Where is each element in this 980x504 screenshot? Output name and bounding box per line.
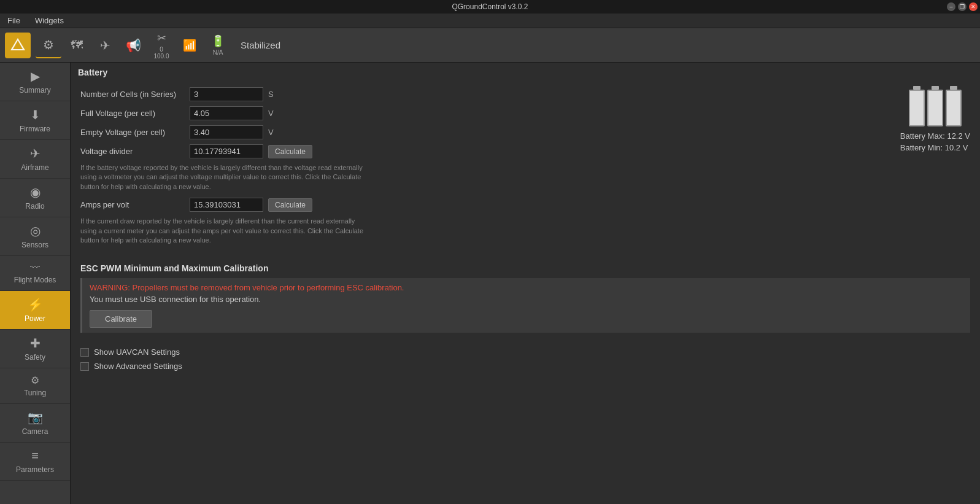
voltage-divider-calculate-button[interactable]: Calculate	[268, 145, 312, 158]
sidebar-flightmodes-label: Flight Modes	[14, 276, 56, 284]
content-area: Battery Number of Cells (in Series) S Fu…	[71, 63, 980, 504]
toolbar-analyze-button[interactable]: ✂ 0 100.0	[149, 33, 174, 58]
voltage-divider-hint: If the battery voltage reported by the v…	[80, 163, 369, 192]
airframe-icon: ✈	[30, 146, 41, 161]
cells-input[interactable]	[190, 87, 263, 101]
empty-voltage-label: Empty Voltage (per cell)	[80, 128, 185, 137]
summary-icon: ▶	[31, 69, 40, 83]
sidebar-radio-label: Radio	[25, 202, 44, 211]
sidebar-item-camera[interactable]: 📷 Camera	[0, 404, 70, 443]
cells-row: Number of Cells (in Series) S	[80, 87, 890, 101]
sidebar-item-parameters[interactable]: ≡ Parameters	[0, 443, 70, 481]
sidebar-sensors-label: Sensors	[21, 241, 48, 249]
window-controls: – ❐ ✕	[947, 2, 978, 11]
sidebar-item-flightmodes[interactable]: 〰 Flight Modes	[0, 256, 70, 291]
amps-per-volt-label: Amps per volt	[80, 200, 185, 209]
counter-percent: 100.0	[153, 53, 169, 60]
sidebar-item-power[interactable]: ⚡ Power	[0, 291, 70, 330]
menu-file[interactable]: File	[5, 15, 23, 26]
battery-na-label: N/A	[213, 49, 223, 56]
fly-icon: ✈	[100, 38, 110, 53]
toolbar-announce-button[interactable]: 📢	[120, 33, 146, 58]
voltage-divider-label: Voltage divider	[80, 147, 185, 156]
empty-voltage-input[interactable]	[190, 125, 263, 139]
toolbar-plan-button[interactable]: 🗺	[64, 33, 90, 58]
battery-info: Battery Max: 12.2 V Battery Min: 10.2 V	[900, 131, 970, 155]
toolbar-battery-button[interactable]: 🔋 N/A	[205, 33, 231, 58]
battery-cell-3	[946, 90, 962, 126]
battery-min: Battery Min: 10.2 V	[900, 143, 970, 152]
checkbox-section: Show UAVCAN Settings Show Advanced Setti…	[71, 340, 980, 383]
analyze-icon: ✂	[157, 31, 166, 45]
toolbar-fly-button[interactable]: ✈	[92, 33, 118, 58]
amps-per-volt-row: Amps per volt Calculate	[80, 198, 890, 212]
sidebar-summary-label: Summary	[19, 86, 50, 95]
advanced-settings-label[interactable]: Show Advanced Settings	[94, 362, 182, 371]
esc-warning-box: WARNING: Propellers must be removed from…	[80, 278, 970, 333]
esc-section: ESC PWM Minimum and Maximum Calibration …	[71, 258, 980, 340]
uavcan-checkbox-row: Show UAVCAN Settings	[80, 347, 970, 357]
full-voltage-row: Full Voltage (per cell) V	[80, 106, 890, 120]
full-voltage-label: Full Voltage (per cell)	[80, 109, 185, 118]
battery-cell-2	[927, 90, 943, 126]
sidebar-camera-label: Camera	[22, 427, 48, 436]
counter-value: 0	[160, 46, 163, 53]
battery-fields: Number of Cells (in Series) S Full Volta…	[80, 87, 890, 251]
empty-voltage-row: Empty Voltage (per cell) V	[80, 125, 890, 139]
announce-icon: 📢	[126, 38, 141, 53]
sidebar-item-sensors[interactable]: ◎ Sensors	[0, 217, 70, 256]
power-icon: ⚡	[28, 297, 43, 312]
sidebar-item-radio[interactable]: ◉ Radio	[0, 179, 70, 217]
full-voltage-input[interactable]	[190, 106, 263, 120]
signal-icon: 📶	[183, 39, 196, 52]
minimize-button[interactable]: –	[947, 2, 955, 11]
uavcan-checkbox[interactable]	[80, 348, 89, 357]
battery-cap-2	[932, 86, 939, 90]
battery-section: Number of Cells (in Series) S Full Volta…	[71, 82, 980, 256]
battery-section-title: Battery	[71, 63, 980, 82]
restore-button[interactable]: ❐	[958, 2, 966, 11]
amps-per-volt-input[interactable]	[190, 198, 263, 212]
window-title: QGroundControl v3.0.2	[452, 2, 528, 11]
uavcan-checkbox-label[interactable]: Show UAVCAN Settings	[94, 347, 180, 357]
sidebar: ▶ Summary ⬇ Firmware ✈ Airframe ◉ Radio …	[0, 63, 71, 504]
flightmodes-icon: 〰	[30, 262, 40, 273]
voltage-divider-input[interactable]	[190, 144, 263, 158]
sidebar-item-safety[interactable]: ✚ Safety	[0, 330, 70, 368]
battery-cells-icon	[909, 90, 962, 126]
sidebar-airframe-label: Airframe	[21, 163, 48, 172]
sidebar-power-label: Power	[25, 314, 45, 323]
advanced-checkbox-row: Show Advanced Settings	[80, 362, 970, 371]
amps-per-volt-hint: If the current draw reported by the vehi…	[80, 217, 369, 245]
close-button[interactable]: ✕	[969, 2, 978, 11]
battery-cell-1	[909, 90, 925, 126]
app-logo[interactable]	[5, 33, 31, 58]
main-layout: ▶ Summary ⬇ Firmware ✈ Airframe ◉ Radio …	[0, 63, 980, 504]
tuning-icon: ⚙	[31, 374, 39, 386]
gear-icon: ⚙	[43, 37, 54, 52]
title-bar: QGroundControl v3.0.2 – ❐ ✕	[0, 0, 980, 14]
cells-label: Number of Cells (in Series)	[80, 90, 185, 99]
esc-section-title: ESC PWM Minimum and Maximum Calibration	[80, 263, 970, 273]
toolbar-settings-button[interactable]: ⚙	[36, 33, 61, 58]
sidebar-item-firmware[interactable]: ⬇ Firmware	[0, 101, 70, 140]
battery-max: Battery Max: 12.2 V	[900, 131, 970, 141]
battery-cap-1	[913, 86, 920, 90]
esc-warning-text: WARNING: Propellers must be removed from…	[90, 283, 963, 292]
battery-grid: Number of Cells (in Series) S Full Volta…	[80, 87, 970, 251]
radio-icon: ◉	[30, 185, 41, 200]
sensors-icon: ◎	[30, 223, 41, 238]
vehicle-status: Stabilized	[241, 40, 280, 50]
sidebar-item-airframe[interactable]: ✈ Airframe	[0, 140, 70, 179]
sidebar-tuning-label: Tuning	[24, 389, 46, 397]
map-icon: 🗺	[71, 38, 83, 52]
esc-calibrate-button[interactable]: Calibrate	[90, 310, 152, 328]
firmware-icon: ⬇	[30, 107, 41, 122]
menu-widgets[interactable]: Widgets	[33, 15, 66, 26]
toolbar-signal-button[interactable]: 📶	[177, 33, 203, 58]
amps-per-volt-calculate-button[interactable]: Calculate	[268, 198, 312, 212]
menu-bar: File Widgets	[0, 14, 980, 28]
advanced-settings-checkbox[interactable]	[80, 362, 89, 371]
sidebar-item-summary[interactable]: ▶ Summary	[0, 63, 70, 101]
sidebar-item-tuning[interactable]: ⚙ Tuning	[0, 368, 70, 404]
